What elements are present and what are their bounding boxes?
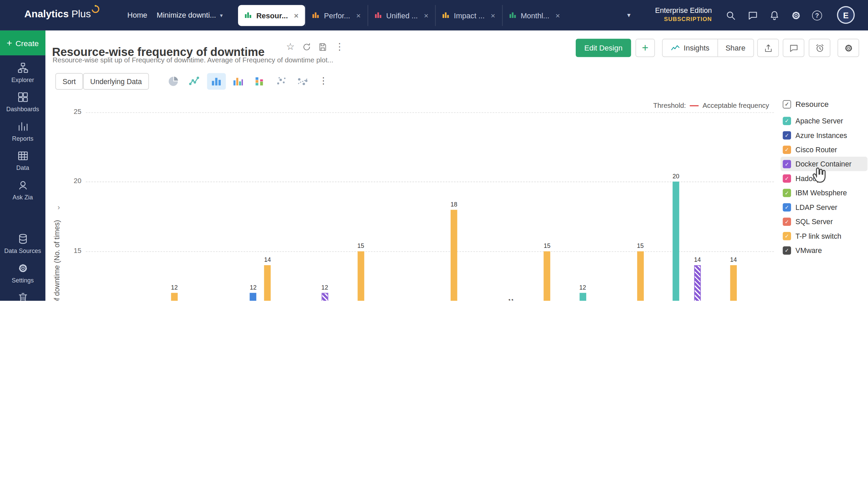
legend-item-t-p-link-switch[interactable]: ✓T-P link switch: [781, 229, 867, 243]
legend-checkbox[interactable]: ✓: [783, 203, 791, 211]
bar-chart-tab-icon: [312, 11, 319, 20]
legend-item-sql-server[interactable]: ✓SQL Server: [781, 214, 867, 229]
legend-select-all-checkbox[interactable]: ✓: [783, 100, 791, 108]
bar-t-p-link-switch[interactable]: [730, 265, 737, 301]
bar-value-label: 12: [574, 284, 591, 291]
bar-docker-container[interactable]: [321, 293, 328, 301]
legend-item-ldap-server[interactable]: ✓LDAP Server: [781, 200, 867, 214]
bar-t-p-link-switch[interactable]: [451, 210, 457, 301]
edition-badge: Enterprise Edition SUBSCRIPTION: [655, 6, 712, 22]
bar-value-label: 15: [539, 242, 555, 249]
sidebar-item-reports[interactable]: Reports: [0, 114, 45, 143]
threshold-legend: Threshold: Acceptable frequency: [653, 102, 769, 110]
legend-label: IBM Websphere: [795, 189, 847, 197]
brand-logo[interactable]: AnalyticsPlus: [24, 8, 91, 20]
sidebar-item-settings[interactable]: Settings: [0, 256, 45, 285]
notifications-bell-icon[interactable]: [769, 10, 780, 21]
nav-tab-unified[interactable]: Unified ...×: [368, 5, 435, 26]
sidebar-item-dashboards[interactable]: Dashboards: [0, 85, 45, 114]
user-avatar[interactable]: E: [837, 6, 855, 24]
bar-docker-container[interactable]: [694, 265, 701, 301]
tab-close-icon[interactable]: ×: [424, 11, 428, 20]
sidebar-item-label: Data: [2, 164, 44, 172]
nav-tab-impact[interactable]: Impact ...×: [435, 5, 502, 26]
workspace-dropdown-label: Minimize downti...: [157, 11, 216, 19]
legend-label: SQL Server: [795, 217, 833, 225]
legend-checkbox[interactable]: ✓: [783, 217, 791, 225]
legend-checkbox[interactable]: ✓: [783, 174, 791, 182]
bar-t-p-link-switch[interactable]: [171, 293, 178, 301]
tab-label: Unified ...: [386, 11, 418, 19]
legend-checkbox[interactable]: ✓: [783, 189, 791, 197]
bar-value-label: 12: [316, 284, 333, 291]
bar-apache-server[interactable]: [579, 293, 586, 301]
nav-tab-perfor[interactable]: Perfor...×: [305, 5, 368, 26]
help-icon[interactable]: ?: [812, 11, 822, 20]
bar-apache-server[interactable]: [673, 182, 679, 301]
y-tick-label: 15: [58, 247, 81, 255]
trash-icon: [17, 292, 28, 301]
bar-value-label: 11: [503, 298, 519, 301]
bar-t-p-link-switch[interactable]: [637, 251, 644, 301]
legend-item-vmware[interactable]: ✓VMware: [781, 243, 867, 257]
sidebar-item-label: Reports: [2, 135, 44, 142]
tab-close-icon[interactable]: ×: [491, 11, 495, 20]
legend-checkbox[interactable]: ✓: [783, 131, 791, 139]
bar-t-p-link-switch[interactable]: [264, 265, 271, 301]
chart-canvas: › Frequency of downtime (No. of times) Y…: [0, 0, 868, 301]
legend-checkbox[interactable]: ✓: [783, 160, 791, 168]
top-nav: AnalyticsPlus Home Minimize downti... ▾ …: [0, 0, 868, 31]
create-button[interactable]: + Create: [0, 31, 45, 55]
bar-value-label: 18: [446, 201, 462, 208]
datasources-icon: [17, 233, 28, 244]
legend-checkbox[interactable]: ✓: [783, 232, 791, 240]
sidebar-item-data[interactable]: Data: [0, 143, 45, 173]
brand-swirl-icon: [91, 4, 100, 14]
bar-chart-tab-icon: [375, 11, 382, 20]
bar-value-label: 12: [166, 284, 183, 291]
sidebar-item-zia[interactable]: Ask Zia: [0, 173, 45, 202]
bar-t-p-link-switch[interactable]: [357, 251, 364, 301]
chevron-down-icon: ▾: [220, 12, 223, 18]
sidebar-item-datasources[interactable]: Data Sources: [0, 227, 45, 256]
tab-close-icon[interactable]: ×: [356, 11, 361, 20]
legend-checkbox[interactable]: ✓: [783, 246, 791, 254]
workspace-dropdown[interactable]: Minimize downti... ▾: [157, 11, 223, 19]
feedback-icon[interactable]: [747, 10, 758, 21]
gridline: [86, 112, 774, 113]
settings-icon: [17, 262, 28, 274]
nav-tab-resour[interactable]: Resour...×: [238, 5, 305, 26]
brand-suffix: Plus: [72, 8, 91, 19]
legend-checkbox[interactable]: ✓: [783, 145, 791, 154]
legend-item-cisco-router[interactable]: ✓Cisco Router: [781, 142, 867, 157]
gridline: [86, 182, 774, 182]
search-icon[interactable]: [725, 10, 736, 21]
legend-header[interactable]: ✓ Resource: [781, 100, 867, 109]
brand-name: Analytics: [24, 8, 69, 19]
tabs-overflow-chevron-icon[interactable]: ▾: [627, 11, 631, 19]
data-icon: [17, 150, 28, 161]
legend-title: Resource: [795, 100, 829, 109]
legend-item-ibm-websphere[interactable]: ✓IBM Websphere: [781, 185, 867, 200]
threshold-line-swatch: [690, 105, 698, 106]
legend-checkbox[interactable]: ✓: [783, 117, 791, 125]
cursor-pointer: [808, 164, 830, 186]
explorer-icon: [17, 62, 28, 74]
legend-label: Apache Server: [795, 117, 843, 125]
bar-chart-tab-icon: [509, 11, 516, 20]
legend-item-azure-instances[interactable]: ✓Azure Instances: [781, 128, 867, 142]
app-window: AnalyticsPlus Home Minimize downti... ▾ …: [0, 0, 868, 301]
sidebar-item-trash[interactable]: Trash: [0, 285, 45, 301]
reports-icon: [17, 121, 28, 132]
tab-close-icon[interactable]: ×: [294, 11, 298, 20]
bar-ldap-server[interactable]: [250, 293, 257, 301]
nav-home-link[interactable]: Home: [127, 11, 147, 19]
bar-chart-tab-icon: [245, 11, 252, 20]
bar-t-p-link-switch[interactable]: [544, 251, 551, 301]
tab-close-icon[interactable]: ×: [555, 11, 560, 20]
bar-value-label: 20: [668, 173, 684, 180]
sidebar-item-explorer[interactable]: Explorer: [0, 55, 45, 85]
legend-item-apache-server[interactable]: ✓Apache Server: [781, 114, 867, 128]
admin-gear-icon[interactable]: [790, 10, 802, 21]
nav-tab-monthl[interactable]: Monthl...×: [502, 5, 567, 26]
